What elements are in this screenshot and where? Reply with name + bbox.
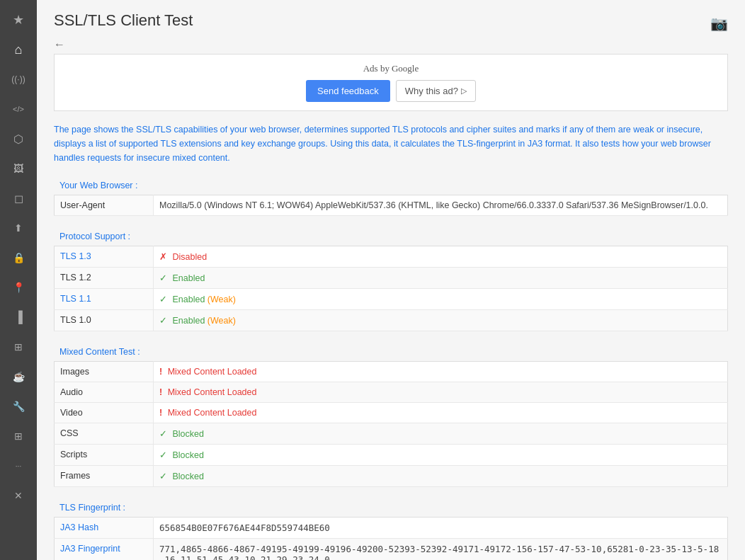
tls-fingerprint-section-header: TLS Fingerprint : xyxy=(54,498,728,517)
ja3-hash-label: JA3 Hash xyxy=(55,518,154,539)
ad-buttons: Send feedback Why this ad? ▷ xyxy=(63,80,719,102)
sidebar-icon-pin[interactable]: 📍 xyxy=(4,273,33,302)
tls12-status-text: Enabled xyxy=(172,273,205,283)
user-agent-label: User-Agent xyxy=(55,195,154,216)
crossmark-icon: ✗ xyxy=(159,252,167,262)
frames-label: Frames xyxy=(55,466,154,487)
sidebar-icon-lock[interactable]: 🔒 xyxy=(4,244,33,272)
exclaim-icon: ! xyxy=(159,367,162,377)
description-text: The page shows the SSL/TLS capabilities … xyxy=(54,122,728,165)
table-row: CSS ✓ Blocked xyxy=(55,423,728,445)
checkmark-icon: ✓ xyxy=(159,316,167,326)
tls13-label: TLS 1.3 xyxy=(55,246,154,268)
page-title: SSL/TLS Client Test xyxy=(54,11,193,30)
sidebar-icon-signal[interactable]: ((·)) xyxy=(4,65,33,93)
protocol-support-section-header: Protocol Support : xyxy=(54,227,728,246)
audio-label: Audio xyxy=(55,382,154,403)
table-row: TLS 1.0 ✓ Enabled (Weak) xyxy=(55,310,728,331)
table-row: TLS 1.3 ✗ Disabled xyxy=(55,246,728,268)
video-label: Video xyxy=(55,403,154,423)
ads-by-google-label: Ads by Google xyxy=(63,63,719,74)
css-label: CSS xyxy=(55,423,154,445)
ja3-fp-label: JA3 Fingerprint xyxy=(55,539,154,561)
sidebar-icon-more[interactable]: ··· xyxy=(4,452,33,480)
tls11-status: ✓ Enabled (Weak) xyxy=(154,289,728,310)
tls10-status-text: Enabled xyxy=(172,316,205,326)
css-status: ✓ Blocked xyxy=(154,423,728,445)
sidebar-icon-settings[interactable]: ✕ xyxy=(4,481,33,510)
exclaim-icon: ! xyxy=(159,408,162,418)
table-row: Audio ! Mixed Content Loaded xyxy=(55,382,728,403)
sidebar-icon-shield[interactable]: ⬡ xyxy=(4,125,33,153)
checkmark-icon: ✓ xyxy=(159,273,167,283)
ja3-fp-value: 771,4865-4866-4867-49195-49199-49196-492… xyxy=(154,539,728,561)
tls11-weak-label: (Weak) xyxy=(207,295,236,304)
tls13-status-text: Disabled xyxy=(172,252,207,262)
table-row: TLS 1.1 ✓ Enabled (Weak) xyxy=(55,289,728,310)
images-label: Images xyxy=(55,362,154,382)
checkmark-icon: ✓ xyxy=(159,450,167,460)
web-browser-table: User-Agent Mozilla/5.0 (Windows NT 6.1; … xyxy=(54,195,728,216)
main-content: SSL/TLS Client Test 📷 ← Ads by Google Se… xyxy=(37,0,745,560)
ja3-hash-value: 656854B0E07F676AE44F8D559744BE60 xyxy=(154,518,728,539)
tls10-label: TLS 1.0 xyxy=(55,310,154,331)
sidebar-icon-code[interactable]: </> xyxy=(4,95,33,123)
scripts-label: Scripts xyxy=(55,445,154,466)
sidebar-icon-star[interactable]: ★ xyxy=(4,6,33,34)
sidebar-icon-apps[interactable]: ⊞ xyxy=(4,422,33,450)
send-feedback-button[interactable]: Send feedback xyxy=(306,80,390,102)
web-browser-section-header: Your Web Browser : xyxy=(54,176,728,195)
checkmark-icon: ✓ xyxy=(159,295,167,304)
audio-status: ! Mixed Content Loaded xyxy=(154,382,728,403)
sidebar-icon-cube[interactable]: ◻ xyxy=(4,184,33,212)
back-button[interactable]: ← xyxy=(54,38,65,51)
sidebar-icon-coffee[interactable]: ☕ xyxy=(4,362,33,391)
table-row: Images ! Mixed Content Loaded xyxy=(55,362,728,382)
tls11-status-text: Enabled xyxy=(172,295,205,304)
tls12-label: TLS 1.2 xyxy=(55,268,154,289)
sidebar-icon-wrench[interactable]: 🔧 xyxy=(4,392,33,421)
table-row: User-Agent Mozilla/5.0 (Windows NT 6.1; … xyxy=(55,195,728,216)
table-row: Scripts ✓ Blocked xyxy=(55,445,728,466)
frames-status: ✓ Blocked xyxy=(154,466,728,487)
checkmark-icon: ✓ xyxy=(159,472,167,481)
mixed-content-table: Images ! Mixed Content Loaded Audio ! Mi… xyxy=(54,361,728,487)
camera-icon[interactable]: 📷 xyxy=(710,15,728,32)
protocol-support-table: TLS 1.3 ✗ Disabled TLS 1.2 ✓ Enabled TLS… xyxy=(54,246,728,331)
table-row: Frames ✓ Blocked xyxy=(55,466,728,487)
table-row: TLS 1.2 ✓ Enabled xyxy=(55,268,728,289)
sidebar-icon-chart[interactable]: ▐ xyxy=(4,303,33,331)
mixed-content-section-header: Mixed Content Test : xyxy=(54,343,728,361)
user-agent-value: Mozilla/5.0 (Windows NT 6.1; WOW64) Appl… xyxy=(154,195,728,216)
sidebar-icon-image[interactable]: 🖼 xyxy=(4,154,33,183)
sidebar: ★ ⌂ ((·)) </> ⬡ 🖼 ◻ ⬆ 🔒 📍 ▐ ⊞ ☕ 🔧 ⊞ ··· … xyxy=(0,0,37,560)
exclaim-icon: ! xyxy=(159,387,162,397)
tls13-status: ✗ Disabled xyxy=(154,246,728,268)
sidebar-icon-home[interactable]: ⌂ xyxy=(4,35,33,64)
sidebar-icon-tool[interactable]: ⬆ xyxy=(4,214,33,242)
why-this-ad-button[interactable]: Why this ad? ▷ xyxy=(396,80,476,102)
images-status: ! Mixed Content Loaded xyxy=(154,362,728,382)
table-row: JA3 Fingerprint 771,4865-4866-4867-49195… xyxy=(55,539,728,561)
checkmark-icon: ✓ xyxy=(159,429,167,439)
tls12-status: ✓ Enabled xyxy=(154,268,728,289)
tls10-status: ✓ Enabled (Weak) xyxy=(154,310,728,331)
video-status: ! Mixed Content Loaded xyxy=(154,403,728,423)
tls11-label: TLS 1.1 xyxy=(55,289,154,310)
table-row: JA3 Hash 656854B0E07F676AE44F8D559744BE6… xyxy=(55,518,728,539)
table-row: Video ! Mixed Content Loaded xyxy=(55,403,728,423)
tls10-weak-label: (Weak) xyxy=(207,316,236,326)
sidebar-icon-grid[interactable]: ⊞ xyxy=(4,333,33,361)
ad-banner: Ads by Google Send feedback Why this ad?… xyxy=(54,54,728,111)
tls-fingerprint-table: JA3 Hash 656854B0E07F676AE44F8D559744BE6… xyxy=(54,517,728,560)
scripts-status: ✓ Blocked xyxy=(154,445,728,466)
